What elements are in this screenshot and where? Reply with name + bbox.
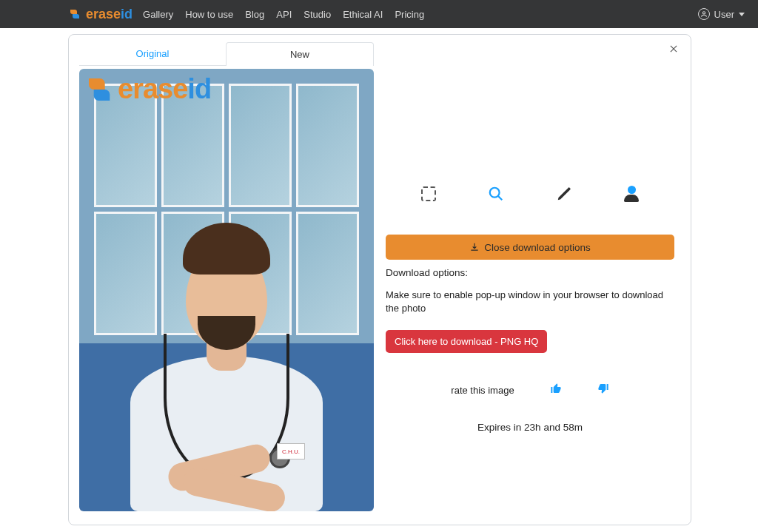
profile-tool[interactable] bbox=[622, 184, 641, 203]
pencil-icon bbox=[556, 186, 572, 202]
brand-logo-icon bbox=[68, 7, 81, 21]
nav-link-pricing[interactable]: Pricing bbox=[395, 9, 424, 20]
nav-link-how-to-use[interactable]: How to use bbox=[185, 9, 233, 20]
thumbs-up-icon bbox=[550, 383, 562, 394]
watermark-logo-icon bbox=[85, 75, 115, 104]
download-icon bbox=[469, 242, 480, 252]
user-avatar-icon bbox=[698, 8, 710, 20]
right-panel: Close download options Download options:… bbox=[386, 42, 680, 514]
svg-point-0 bbox=[702, 12, 705, 14]
thumbs-down-icon bbox=[597, 383, 609, 394]
popup-hint: Make sure to enable pop-up window in you… bbox=[386, 289, 674, 315]
tool-row bbox=[386, 184, 674, 203]
rate-row: rate this image bbox=[386, 383, 674, 398]
rate-label: rate this image bbox=[451, 385, 514, 396]
thumbs-up-button[interactable] bbox=[550, 383, 562, 398]
download-png-button[interactable]: Click here to download - PNG HQ bbox=[386, 330, 547, 353]
thumbs-down-button[interactable] bbox=[597, 383, 609, 398]
brand[interactable]: eraseid bbox=[68, 7, 133, 22]
svg-point-1 bbox=[490, 188, 500, 198]
caret-down-icon bbox=[739, 13, 745, 16]
tab-new[interactable]: New bbox=[226, 42, 374, 66]
nav-link-studio[interactable]: Studio bbox=[303, 9, 331, 20]
nav-link-blog[interactable]: Blog bbox=[245, 9, 264, 20]
search-icon bbox=[488, 186, 504, 202]
close-button[interactable] bbox=[665, 41, 682, 57]
tab-original[interactable]: Original bbox=[79, 42, 226, 66]
close-download-options-button[interactable]: Close download options bbox=[386, 235, 674, 260]
search-tool[interactable] bbox=[486, 184, 506, 203]
watermark: eraseid bbox=[85, 73, 211, 105]
brand-text: eraseid bbox=[86, 7, 133, 22]
top-navbar: eraseid Gallery How to use Blog API Stud… bbox=[0, 0, 758, 28]
close-icon bbox=[668, 44, 679, 54]
crop-tool[interactable] bbox=[419, 184, 438, 203]
editor-card: Original New C.H bbox=[68, 34, 691, 525]
coat-badge: C.H.U. bbox=[277, 443, 305, 459]
nav-link-ethical-ai[interactable]: Ethical AI bbox=[343, 9, 383, 20]
preview-tabs: Original New bbox=[79, 42, 374, 66]
nav-link-api[interactable]: API bbox=[276, 9, 292, 20]
preview-person: C.H.U. bbox=[115, 208, 338, 511]
nav-links: Gallery How to use Blog API Studio Ethic… bbox=[143, 9, 424, 20]
person-icon bbox=[624, 186, 639, 202]
edit-tool[interactable] bbox=[554, 184, 574, 203]
user-menu[interactable]: User bbox=[698, 8, 745, 20]
user-label: User bbox=[714, 9, 734, 20]
crop-icon bbox=[421, 186, 436, 201]
nav-link-gallery[interactable]: Gallery bbox=[143, 9, 173, 20]
left-panel: Original New C.H bbox=[79, 42, 374, 514]
expires-label: Expires in 23h and 58m bbox=[386, 422, 674, 433]
download-options-label: Download options: bbox=[386, 267, 674, 278]
image-preview: C.H.U. eraseid bbox=[79, 69, 374, 511]
